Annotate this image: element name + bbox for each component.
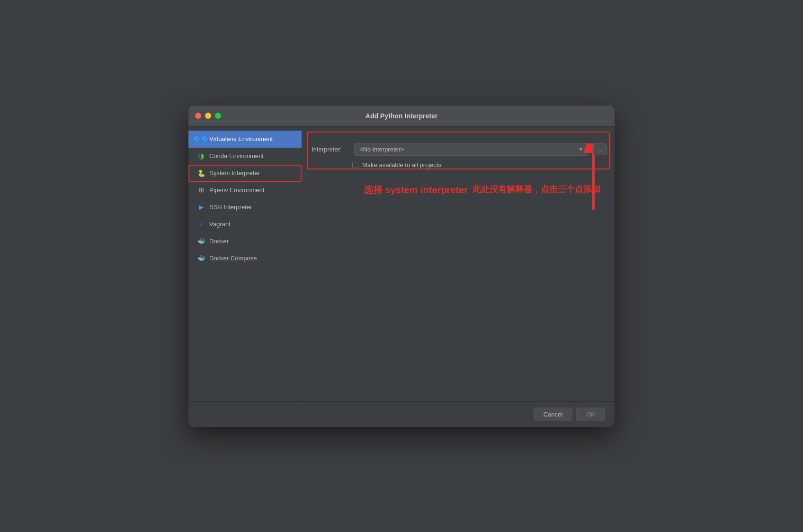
make-available-checkbox[interactable]	[352, 162, 358, 168]
ssh-icon: ▶	[197, 203, 205, 212]
interpreter-label: Interpreter:	[312, 146, 349, 153]
sidebar-item-docker-compose-label: Docker Compose	[209, 255, 257, 262]
add-python-interpreter-dialog: Add Python Interpreter 🔷 Virtualenv Envi…	[188, 106, 615, 427]
vagrant-icon: V	[197, 220, 205, 229]
ok-button[interactable]: OK	[576, 408, 605, 421]
sidebar-item-docker[interactable]: 🐳 Docker	[188, 233, 302, 250]
sidebar-item-conda[interactable]: ◑ Conda Environment	[188, 148, 302, 165]
sidebar-item-system-label: System Interpreter	[209, 169, 260, 177]
dropdown-arrow-icon: ▼	[578, 146, 583, 152]
sidebar-item-system[interactable]: 🐍 System Interpreter	[188, 165, 302, 182]
interpreter-dropdown[interactable]: <No interpreter> ▼	[354, 143, 589, 156]
sidebar-item-docker-label: Docker	[209, 238, 229, 245]
sidebar-item-docker-compose[interactable]: 🐳 Docker Compose	[188, 250, 302, 267]
sidebar-item-pipenv[interactable]: ⊞ Pipenv Environment	[188, 182, 302, 199]
annotation-text-no-interpreter: 此处没有解释器，点击三个点添加	[473, 184, 600, 195]
sidebar-item-conda-label: Conda Environment	[209, 152, 264, 160]
checkbox-row: Make available to all projects	[352, 161, 607, 168]
checkbox-label: Make available to all projects	[362, 161, 441, 168]
docker-icon: 🐳	[197, 237, 205, 246]
annotation-text-select-system: 选择 system interpreter	[364, 184, 468, 196]
title-bar: Add Python Interpreter	[188, 106, 615, 127]
docker-compose-icon: 🐳	[197, 254, 205, 263]
cancel-button[interactable]: Cancel	[534, 408, 572, 421]
interpreter-value: <No interpreter>	[359, 146, 404, 153]
sidebar-item-vagrant[interactable]: V Vagrant	[188, 216, 302, 233]
maximize-button[interactable]	[215, 113, 221, 119]
system-icon: 🐍	[197, 169, 205, 177]
sidebar-item-pipenv-label: Pipenv Environment	[209, 186, 264, 194]
virtualenv-icon: 🔷	[197, 135, 205, 143]
window-controls	[195, 113, 221, 119]
sidebar: 🔷 Virtualenv Environment ◑ Conda Environ…	[188, 127, 302, 401]
conda-icon: ◑	[197, 152, 205, 160]
close-button[interactable]	[195, 113, 201, 119]
pipenv-icon: ⊞	[197, 186, 205, 195]
sidebar-item-vagrant-label: Vagrant	[209, 221, 231, 228]
three-dots-button[interactable]: ...	[593, 143, 607, 155]
dialog-title: Add Python Interpreter	[366, 112, 437, 120]
sidebar-item-ssh-label: SSH Interpreter	[209, 204, 252, 211]
interpreter-row: Interpreter: <No interpreter> ▼ ...	[312, 143, 607, 156]
dialog-footer: Cancel OK	[188, 401, 615, 427]
sidebar-item-ssh[interactable]: ▶ SSH Interpreter	[188, 199, 302, 216]
dialog-body: 🔷 Virtualenv Environment ◑ Conda Environ…	[188, 127, 615, 401]
minimize-button[interactable]	[205, 113, 211, 119]
main-content: Interpreter: <No interpreter> ▼ ... Make…	[302, 127, 615, 401]
sidebar-item-virtualenv[interactable]: 🔷 Virtualenv Environment	[188, 131, 302, 148]
sidebar-item-virtualenv-label: Virtualenv Environment	[209, 135, 273, 142]
